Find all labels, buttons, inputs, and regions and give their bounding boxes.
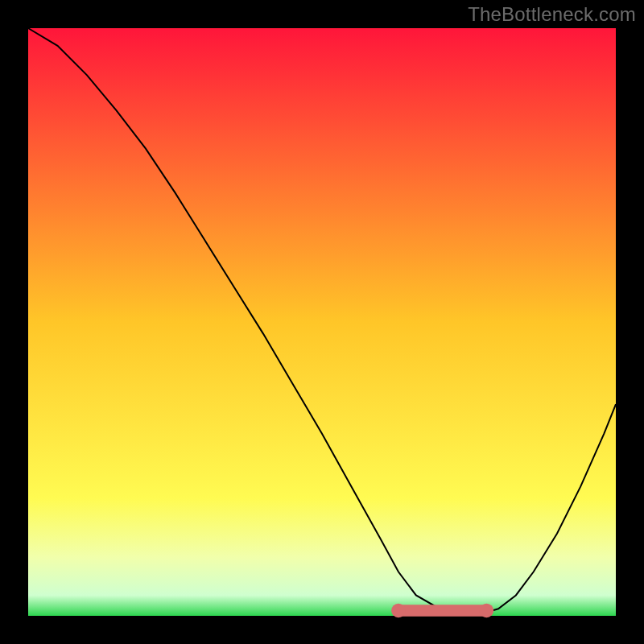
bottleneck-chart xyxy=(0,0,644,644)
optimal-range-start-dot xyxy=(391,604,406,618)
plot-background xyxy=(28,28,616,616)
optimal-range-marker xyxy=(391,604,493,618)
optimal-range-end-dot xyxy=(480,604,494,618)
watermark-text: TheBottleneck.com xyxy=(468,3,636,26)
chart-container: TheBottleneck.com xyxy=(0,0,644,644)
